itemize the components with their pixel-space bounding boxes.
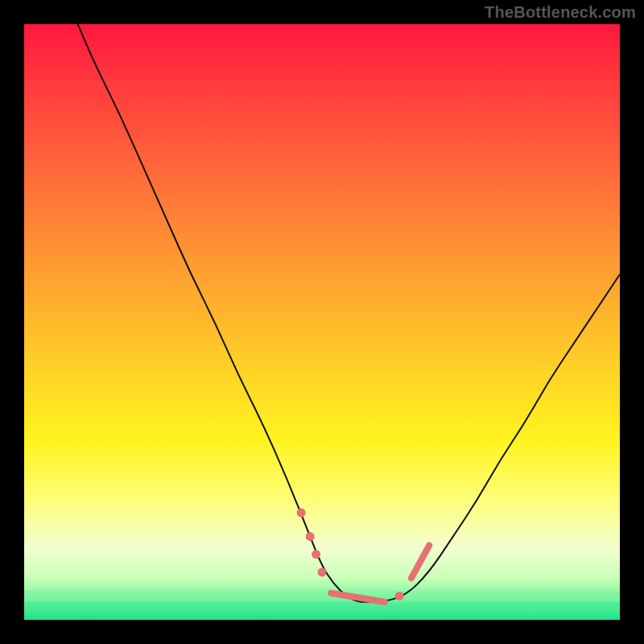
- bottleneck-curve: [78, 24, 620, 602]
- curve-marker-point: [395, 592, 404, 601]
- curve-marker-point: [306, 532, 315, 541]
- curve-markers: [297, 508, 430, 602]
- curve-marker-point: [297, 508, 306, 517]
- curve-marker-point: [318, 568, 327, 576]
- plot-area: [24, 24, 620, 620]
- curve-svg: [24, 24, 620, 620]
- chart-frame: TheBottleneck.com: [0, 0, 644, 644]
- curve-marker-point: [312, 550, 320, 559]
- curve-marker-segment: [331, 593, 385, 602]
- attribution-text: TheBottleneck.com: [485, 3, 636, 22]
